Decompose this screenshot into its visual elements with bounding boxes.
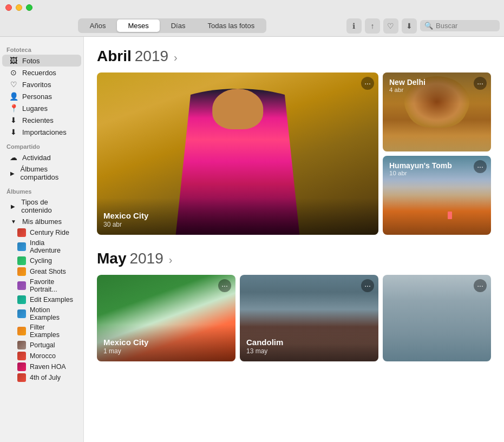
sidebar-album-century-ride[interactable]: Century Ride [2, 227, 81, 238]
tab-todas[interactable]: Todas las fotos [197, 19, 265, 32]
abril-photo-grid: Mexico City 30 abr ··· New Delhi 4 abr ·… [97, 72, 491, 235]
4th-of-july-thumb [17, 373, 26, 382]
mexico-city-april-card[interactable]: Mexico City 30 abr ··· [97, 72, 378, 235]
share-button[interactable]: ↑ [365, 18, 380, 34]
tab-anos[interactable]: Años [79, 19, 117, 32]
albumes-compartidos-icon: ▶ [9, 170, 16, 176]
candolim-card[interactable]: Candolim 13 may ··· [240, 275, 378, 361]
minimize-button[interactable] [16, 4, 22, 11]
sidebar-item-recientes[interactable]: ⬇ Recientes [2, 114, 81, 126]
mexico-city-may-title: Mexico City [103, 338, 229, 347]
section-compartido: Compartido [0, 138, 83, 151]
sidebar-item-tipos-contenido[interactable]: ▶ Tipos de contenido [2, 196, 81, 216]
sidebar-item-recuerdos[interactable]: ⊙ Recuerdos [2, 67, 81, 78]
sidebar-album-portugal[interactable]: Portugal [2, 340, 81, 351]
info-button[interactable]: ℹ [346, 18, 362, 34]
heart-button[interactable]: ♡ [383, 18, 398, 34]
tab-group: Años Meses Días Todas las fotos [78, 18, 266, 33]
may-year: 2019 [129, 250, 163, 267]
humayuns-tomb-title: Humayun's Tomb [389, 161, 485, 170]
title-bar [0, 0, 504, 15]
new-delhi-card[interactable]: New Delhi 4 abr ··· [383, 72, 491, 151]
new-delhi-overlay: New Delhi 4 abr [383, 72, 491, 104]
candolim-more-btn[interactable]: ··· [361, 279, 374, 292]
raven-hoa-thumb [17, 362, 26, 371]
tipos-icon: ▶ [9, 203, 17, 209]
mexico-city-april-overlay: Mexico City 30 abr [97, 198, 378, 235]
sidebar-album-great-shots[interactable]: Great Shots [2, 266, 81, 277]
abril-year: 2019 [135, 48, 168, 65]
cycling-thumb [17, 256, 26, 265]
sidebar-album-filter-examples[interactable]: Filter Examples [2, 322, 81, 340]
maximize-button[interactable] [26, 4, 32, 11]
india-adventure-thumb [17, 242, 26, 251]
personas-icon: 👤 [9, 92, 18, 101]
may-photo-grid: Mexico City 1 may ··· Candolim 13 may ··… [97, 275, 491, 361]
century-ride-thumb [17, 228, 26, 237]
edit-examples-thumb [17, 295, 26, 304]
sidebar-album-favorite-portraits[interactable]: Favorite Portrait... [2, 277, 81, 294]
mexico-city-may-overlay: Mexico City 1 may [97, 325, 235, 361]
sidebar-item-favoritos[interactable]: ♡ Favoritos [2, 78, 81, 90]
abril-month: Abril [97, 48, 132, 65]
sidebar-album-motion-examples[interactable]: Motion Examples [2, 305, 81, 322]
sidebar-item-lugares[interactable]: 📍 Lugares [2, 102, 81, 114]
tab-meses[interactable]: Meses [117, 19, 159, 32]
candolim-date: 13 may [246, 347, 372, 355]
search-bar[interactable]: 🔍 [420, 20, 500, 31]
search-input[interactable] [436, 22, 495, 30]
mexico-city-april-date: 30 abr [103, 221, 372, 228]
sidebar-album-cycling[interactable]: Cycling [2, 255, 81, 266]
sidebar: Fototeca 🖼 Fotos ⊙ Recuerdos ♡ Favoritos… [0, 37, 84, 442]
cloud-button[interactable]: ⬇ [402, 18, 417, 34]
portugal-thumb [17, 341, 26, 349]
new-delhi-more-btn[interactable]: ··· [474, 77, 487, 90]
candolim-title: Candolim [246, 338, 372, 347]
sidebar-item-importaciones[interactable]: ⬇ Importaciones [2, 126, 81, 138]
mis-albumes-icon: ▼ [9, 219, 18, 225]
may-2019-header[interactable]: May 2019 › [97, 250, 491, 267]
toolbar: Años Meses Días Todas las fotos ℹ ↑ ♡ ⬇ … [0, 15, 504, 37]
mexico-city-may-card[interactable]: Mexico City 1 may ··· [97, 275, 235, 361]
may-chevron: › [169, 254, 173, 266]
motion-examples-thumb [17, 309, 26, 318]
may-third-card[interactable]: ··· [383, 275, 491, 361]
sidebar-item-albumes-compartidos[interactable]: ▶ Álbumes compartidos [2, 163, 81, 183]
new-delhi-date: 4 abr [389, 87, 485, 93]
sidebar-item-actividad[interactable]: ☁ Actividad [2, 151, 81, 163]
humayuns-tomb-more-btn[interactable]: ··· [474, 160, 487, 173]
humayuns-tomb-overlay: Humayun's Tomb 10 abr [383, 156, 491, 187]
toolbar-icons: ℹ ↑ ♡ ⬇ 🔍 [346, 18, 500, 34]
may-month: May [97, 250, 126, 267]
close-button[interactable] [5, 4, 12, 11]
sidebar-album-raven-hoa[interactable]: Raven HOA [2, 361, 81, 372]
mexico-city-may-more-btn[interactable]: ··· [218, 279, 231, 292]
great-shots-thumb [17, 267, 26, 276]
favorite-portraits-thumb [17, 281, 26, 290]
tab-dias[interactable]: Días [160, 19, 197, 32]
sidebar-album-morocco[interactable]: Morocco [2, 351, 81, 361]
sidebar-item-fotos[interactable]: 🖼 Fotos [2, 55, 81, 67]
may-third-more-btn[interactable]: ··· [474, 279, 487, 292]
humayuns-tomb-card[interactable]: Humayun's Tomb 10 abr ··· [383, 156, 491, 235]
mexico-city-april-title: Mexico City [103, 211, 372, 220]
sidebar-album-4th-of-july[interactable]: 4th of July [2, 372, 81, 383]
lugares-icon: 📍 [9, 104, 18, 113]
sidebar-item-personas[interactable]: 👤 Personas [2, 90, 81, 102]
filter-examples-thumb [17, 327, 26, 335]
favoritos-icon: ♡ [9, 80, 18, 89]
mexico-city-april-more-btn[interactable]: ··· [361, 77, 374, 90]
abril-chevron: › [174, 51, 178, 64]
new-delhi-title: New Delhi [389, 78, 485, 87]
fotos-icon: 🖼 [9, 56, 18, 65]
sidebar-album-india-adventure[interactable]: India Adventure [2, 238, 81, 255]
sidebar-item-mis-albumes[interactable]: ▼ Mis álbumes [2, 216, 81, 227]
sidebar-album-edit-examples[interactable]: Edit Examples [2, 294, 81, 305]
search-icon: 🔍 [424, 22, 433, 30]
abril-2019-header[interactable]: Abril 2019 › [97, 48, 491, 65]
morocco-thumb [17, 352, 26, 360]
humayuns-tomb-date: 10 abr [389, 170, 485, 176]
recuerdos-icon: ⊙ [9, 68, 18, 77]
importaciones-icon: ⬇ [9, 128, 18, 136]
actividad-icon: ☁ [9, 153, 18, 162]
